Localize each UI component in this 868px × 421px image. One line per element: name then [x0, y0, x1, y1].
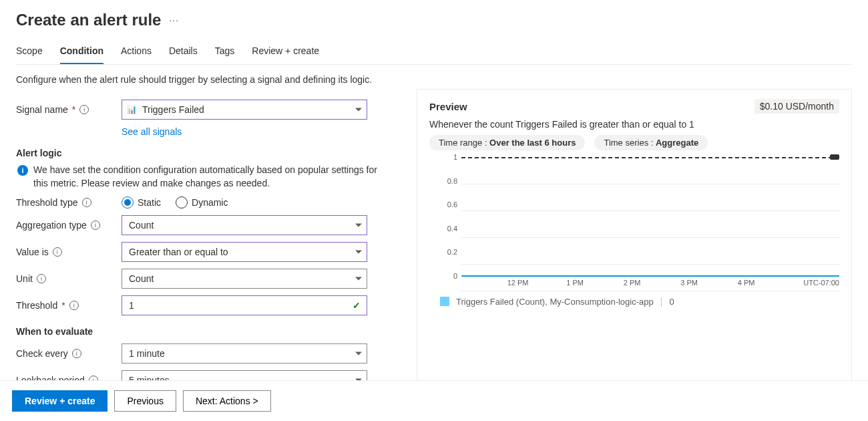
value-is-select[interactable]: Greater than or equal to [122, 242, 367, 262]
info-icon[interactable]: i [91, 221, 100, 230]
signal-name-label: Signal name [16, 104, 68, 115]
preview-title: Preview [429, 101, 467, 112]
tab-description: Configure when the alert rule should tri… [16, 74, 852, 85]
info-icon[interactable]: i [82, 198, 91, 207]
legend-swatch [440, 297, 449, 306]
preview-panel: Preview $0.10 USD/month Whenever the cou… [417, 89, 852, 418]
tab-scope[interactable]: Scope [16, 39, 43, 64]
more-actions-icon[interactable]: ··· [169, 15, 179, 25]
review-create-button[interactable]: Review + create [12, 390, 107, 412]
info-icon: i [17, 165, 28, 176]
info-icon[interactable]: i [53, 247, 62, 257]
threshold-marker [830, 154, 839, 160]
threshold-type-dynamic-radio[interactable]: Dynamic [176, 196, 228, 208]
chevron-down-icon [355, 224, 362, 227]
threshold-type-label: Threshold type [16, 197, 78, 208]
tab-bar: Scope Condition Actions Details Tags Rev… [16, 39, 852, 65]
series-line [461, 275, 839, 277]
info-icon[interactable]: i [37, 274, 46, 283]
required-indicator: * [61, 300, 65, 311]
time-range-badge[interactable]: Time range : Over the last 6 hours [429, 135, 585, 150]
tab-condition[interactable]: Condition [60, 39, 103, 64]
info-icon[interactable]: i [72, 349, 81, 358]
info-banner-text: We have set the condition configuration … [33, 164, 390, 190]
check-every-label: Check every [16, 348, 68, 359]
tab-tags[interactable]: Tags [215, 39, 235, 64]
info-icon[interactable]: i [79, 105, 89, 114]
preview-description: Whenever the count Triggers Failed is gr… [429, 119, 839, 130]
tab-details[interactable]: Details [169, 39, 198, 64]
aggregation-type-label: Aggregation type [16, 220, 87, 231]
radio-unchecked-icon [176, 196, 188, 208]
value-is-label: Value is [16, 247, 49, 257]
chart-legend: Triggers Failed (Count), My-Consumption-… [429, 296, 839, 307]
radio-checked-icon [122, 196, 134, 208]
aggregation-type-select[interactable]: Count [122, 215, 367, 235]
required-indicator: * [72, 104, 75, 115]
preview-chart: 1 0.8 0.6 0.4 0.2 0 12 PM 1 PM 2 PM 3 PM… [429, 157, 839, 291]
tab-review[interactable]: Review + create [252, 39, 319, 64]
tab-actions[interactable]: Actions [121, 39, 152, 64]
cost-badge: $0.10 USD/month [754, 99, 839, 114]
signal-name-value: Triggers Failed [142, 104, 204, 115]
threshold-type-static-radio[interactable]: Static [122, 196, 161, 208]
x-axis: 12 PM 1 PM 2 PM 3 PM 4 PM UTC-07:00 [461, 279, 839, 291]
footer-bar: Review + create Previous Next: Actions > [0, 380, 868, 421]
threshold-input[interactable]: 1 ✓ [122, 295, 367, 315]
unit-label: Unit [16, 273, 33, 284]
checkmark-icon: ✓ [353, 300, 361, 311]
timezone-label: UTC-07:00 [803, 279, 839, 291]
chevron-down-icon [355, 352, 362, 356]
chevron-down-icon [355, 251, 362, 254]
chart-icon: 📊 [127, 105, 137, 114]
signal-name-select[interactable]: 📊 Triggers Failed [122, 100, 367, 120]
check-every-select[interactable]: 1 minute [122, 343, 367, 364]
time-series-badge[interactable]: Time series : Aggregate [594, 135, 708, 150]
previous-button[interactable]: Previous [114, 390, 176, 412]
alert-logic-heading: Alert logic [16, 148, 390, 158]
threshold-label: Threshold [16, 300, 57, 311]
next-actions-button[interactable]: Next: Actions > [183, 390, 271, 412]
when-to-evaluate-heading: When to evaluate [16, 326, 390, 337]
chevron-down-icon [355, 277, 362, 281]
chevron-down-icon [355, 108, 362, 112]
page-title: Create an alert rule [16, 11, 161, 29]
unit-select[interactable]: Count [122, 269, 367, 289]
see-all-signals-link[interactable]: See all signals [122, 126, 182, 137]
info-icon[interactable]: i [69, 301, 79, 310]
